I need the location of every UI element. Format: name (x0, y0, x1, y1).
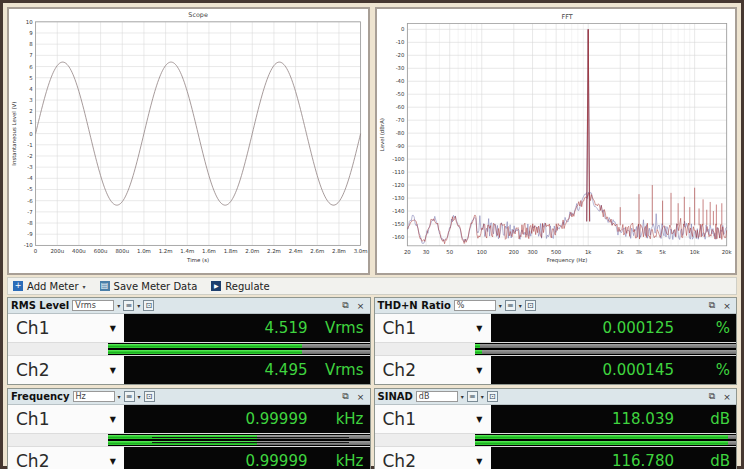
svg-text:1.6m: 1.6m (202, 248, 216, 254)
fft-plot-panel[interactable]: FFT2030501002003005001k2k3k5k10k20k0-10-… (375, 7, 738, 275)
unit-select[interactable]: Vrms (72, 300, 114, 311)
options-icon[interactable]: ⊡ (144, 391, 155, 402)
save-meter-data-button[interactable]: ▤ Save Meter Data (100, 281, 198, 292)
svg-text:-10: -10 (395, 39, 404, 45)
display-mode-caret-icon[interactable]: ▾ (481, 393, 484, 400)
svg-text:-6: -6 (27, 198, 33, 204)
meter-display: 4.495 Vrms (124, 356, 370, 384)
popout-icon[interactable]: ⧉ (340, 391, 352, 402)
display-mode-caret-icon[interactable]: ▾ (519, 302, 522, 309)
svg-text:-80: -80 (395, 130, 404, 136)
svg-text:3k: 3k (635, 249, 642, 255)
popout-icon[interactable]: ⧉ (706, 300, 718, 311)
close-icon[interactable]: × (721, 392, 733, 402)
peak-hold-line (152, 442, 348, 443)
plots-row: Scope0200u400u600u800u1.0m1.2m1.4m1.6m1.… (7, 7, 737, 275)
channel-row: Ch2 ▼ 0.000145 % (375, 356, 737, 384)
display-mode-icon[interactable]: ≡ (467, 391, 478, 402)
svg-text:-50: -50 (395, 91, 404, 97)
bars-track-area (108, 434, 370, 446)
unit-caret-icon[interactable]: ▾ (499, 302, 502, 309)
add-meter-caret-icon[interactable]: ▾ (83, 283, 86, 290)
display-mode-icon[interactable]: ≡ (123, 300, 134, 311)
scope-chart: Scope0200u400u600u800u1.0m1.2m1.4m1.6m1.… (9, 9, 368, 273)
popout-icon[interactable]: ⧉ (706, 391, 718, 402)
display-mode-icon[interactable]: ≡ (505, 300, 516, 311)
svg-text:100: 100 (476, 249, 487, 255)
meter-display: 0.99999 kHz (124, 447, 370, 469)
options-icon[interactable]: ⊡ (525, 300, 536, 311)
svg-text:-4: -4 (27, 175, 33, 181)
svg-text:2: 2 (29, 108, 32, 114)
unit-caret-icon[interactable]: ▾ (117, 302, 120, 309)
svg-text:-160: -160 (392, 234, 405, 240)
display-mode-caret-icon[interactable]: ▾ (137, 302, 140, 309)
svg-text:2.2m: 2.2m (267, 248, 281, 254)
meter-value: 4.519 (265, 319, 308, 337)
channel-selector[interactable]: Ch2 ▼ (375, 447, 491, 469)
add-meter-button[interactable]: + Add Meter ▾ (13, 281, 86, 292)
svg-text:800u: 800u (115, 248, 129, 254)
level-bar-ch2 (108, 350, 370, 354)
channel-selector[interactable]: Ch1 ▼ (8, 314, 124, 342)
bars-track-area (475, 434, 737, 446)
close-icon[interactable]: × (355, 392, 367, 402)
channel-selector[interactable]: Ch2 ▼ (8, 356, 124, 384)
close-icon[interactable]: × (721, 301, 733, 311)
unit-select[interactable]: Hz (73, 391, 115, 402)
channel-caret-icon: ▼ (476, 415, 482, 424)
svg-text:Frequency (Hz): Frequency (Hz) (546, 257, 587, 264)
channel-name: Ch2 (16, 360, 49, 380)
svg-text:Instantaneous Level (V): Instantaneous Level (V) (11, 102, 17, 166)
bars-track-area (108, 343, 370, 355)
regulate-button[interactable]: ▶ Regulate (211, 281, 269, 292)
channel-selector[interactable]: Ch2 ▼ (8, 447, 124, 469)
channel-row: Ch1 ▼ 4.519 Vrms (8, 314, 370, 343)
unit-caret-icon[interactable]: ▾ (118, 393, 121, 400)
svg-text:-5: -5 (27, 186, 32, 192)
meter-unit: Vrms (308, 319, 364, 337)
svg-text:400u: 400u (72, 248, 86, 254)
unit-select[interactable]: % (454, 300, 496, 311)
scope-plot-panel[interactable]: Scope0200u400u600u800u1.0m1.2m1.4m1.6m1.… (7, 7, 370, 275)
add-meter-label: Add Meter (27, 281, 79, 292)
level-bars (375, 434, 737, 447)
audio-analyzer-window: Scope0200u400u600u800u1.0m1.2m1.4m1.6m1.… (0, 0, 744, 469)
svg-text:2.6m: 2.6m (310, 248, 324, 254)
channel-selector[interactable]: Ch1 ▼ (375, 314, 491, 342)
meter-value: 4.495 (265, 361, 308, 379)
channel-selector[interactable]: Ch1 ▼ (375, 405, 491, 433)
svg-text:3.0m: 3.0m (354, 248, 368, 254)
display-mode-icon[interactable]: ≡ (124, 391, 135, 402)
save-icon: ▤ (100, 281, 110, 291)
svg-text:-30: -30 (395, 65, 404, 71)
channel-name: Ch1 (383, 318, 416, 338)
meter-unit: kHz (308, 410, 364, 428)
svg-text:5: 5 (29, 75, 32, 81)
popout-icon[interactable]: ⧉ (340, 300, 352, 311)
meter-unit: kHz (308, 452, 364, 469)
channel-selector[interactable]: Ch2 ▼ (375, 356, 491, 384)
channel-row: Ch2 ▼ 116.780 dB (375, 447, 737, 469)
display-mode-caret-icon[interactable]: ▾ (138, 393, 141, 400)
options-icon[interactable]: ⊡ (143, 300, 154, 311)
svg-text:3: 3 (29, 97, 32, 103)
svg-text:-3: -3 (27, 164, 32, 170)
meter-value: 0.99999 (245, 452, 307, 469)
channel-selector[interactable]: Ch1 ▼ (8, 405, 124, 433)
meter-panel-thdn-ratio: THD+N Ratio % ▾ ≡ ▾ ⊡ ⧉ × Ch1 ▼ 0.000125… (374, 297, 738, 385)
svg-text:600u: 600u (94, 248, 108, 254)
svg-text:1k: 1k (584, 249, 591, 255)
unit-select[interactable]: dB (416, 391, 458, 402)
channel-caret-icon: ▼ (110, 366, 116, 375)
unit-caret-icon[interactable]: ▾ (461, 393, 464, 400)
meter-unit: Vrms (308, 361, 364, 379)
options-icon[interactable]: ⊡ (487, 391, 498, 402)
channel-caret-icon: ▼ (110, 457, 116, 466)
svg-text:-90: -90 (395, 143, 404, 149)
level-bar-fill (475, 344, 480, 348)
meter-panel-sinad: SINAD dB ▾ ≡ ▾ ⊡ ⧉ × Ch1 ▼ 118.039 dB (374, 388, 738, 469)
close-icon[interactable]: × (355, 301, 367, 311)
meter-value: 0.000145 (602, 361, 674, 379)
meter-value: 118.039 (612, 410, 674, 428)
